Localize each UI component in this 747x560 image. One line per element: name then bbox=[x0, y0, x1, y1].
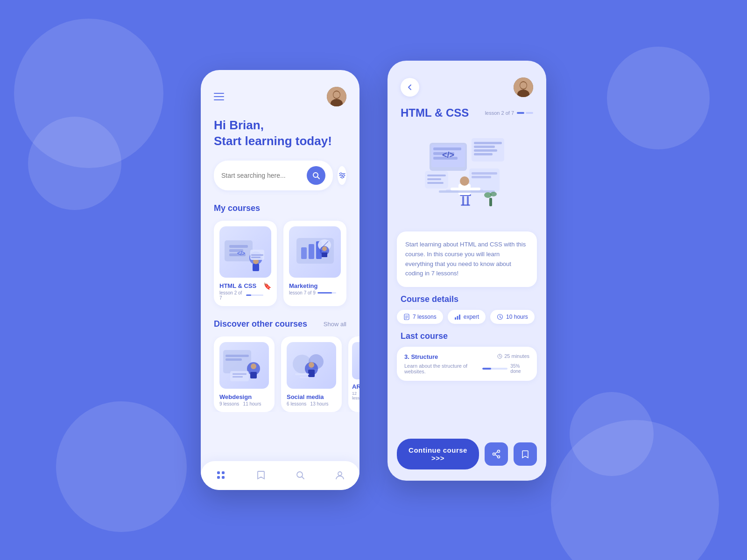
description-text: Start learning about HTML and CSS with t… bbox=[405, 240, 529, 279]
svg-rect-68 bbox=[474, 149, 497, 152]
last-lesson-progress: 35% done bbox=[482, 364, 529, 374]
course-details-pills: 7 lessons expert 10 hours bbox=[388, 310, 546, 331]
svg-rect-48 bbox=[217, 471, 220, 474]
lesson-indicator-text: lesson 2 of 7 bbox=[485, 110, 514, 116]
svg-rect-72 bbox=[472, 176, 491, 178]
last-course-top: 3. Structure 25 minutes bbox=[404, 353, 529, 360]
svg-rect-21 bbox=[251, 254, 263, 256]
svg-point-79 bbox=[460, 176, 469, 186]
phone-home-screen: Hi Brian, Start learning today! bbox=[201, 70, 359, 490]
search-input[interactable] bbox=[221, 172, 303, 179]
svg-rect-33 bbox=[226, 355, 249, 357]
last-lesson-name: 3. Structure bbox=[404, 353, 438, 360]
svg-point-58 bbox=[520, 82, 527, 89]
detail-course-title: HTML & CSS bbox=[401, 106, 469, 119]
share-button[interactable] bbox=[485, 442, 508, 466]
bookmark-button[interactable] bbox=[514, 442, 537, 466]
description-card: Start learning about HTML and CSS with t… bbox=[397, 231, 537, 287]
continue-button[interactable]: Continue course >>> bbox=[397, 439, 479, 469]
filter-button[interactable] bbox=[338, 166, 346, 185]
user-avatar-detail[interactable] bbox=[514, 77, 533, 97]
svg-rect-85 bbox=[427, 178, 441, 180]
bg-decoration-2 bbox=[28, 117, 121, 210]
discover-card-ar-partial[interactable]: AR 12 less... bbox=[348, 336, 359, 412]
course-illustration: </> bbox=[388, 124, 546, 227]
nav-home[interactable] bbox=[215, 469, 226, 481]
bg-decoration-3 bbox=[56, 401, 187, 532]
svg-rect-94 bbox=[455, 317, 456, 320]
last-course-bottom: Learn about the structure of websites. 3… bbox=[404, 363, 529, 374]
svg-rect-51 bbox=[222, 476, 225, 479]
last-lesson-time: 25 minutes bbox=[497, 353, 529, 359]
svg-rect-45 bbox=[308, 370, 315, 377]
discover-title: Discover other courses bbox=[214, 319, 307, 329]
last-course-title: Last course bbox=[388, 331, 546, 347]
svg-rect-84 bbox=[427, 175, 446, 176]
my-courses-title: My courses bbox=[201, 203, 359, 221]
detail-pill-hours: 10 hours bbox=[490, 310, 535, 324]
svg-rect-75 bbox=[462, 196, 464, 205]
nav-bookmark[interactable] bbox=[256, 470, 266, 480]
lesson-progress-dots bbox=[517, 112, 533, 114]
svg-rect-66 bbox=[474, 142, 502, 144]
nav-search[interactable] bbox=[295, 470, 305, 480]
last-lesson-desc: Learn about the structure of websites. bbox=[404, 363, 482, 374]
course-card-html-css[interactable]: </> HTML & CSS lesson 2 of 7 bbox=[214, 221, 277, 306]
search-bar bbox=[214, 161, 333, 190]
discover-card-webdesign-title: Webdesign bbox=[219, 393, 269, 400]
svg-rect-18 bbox=[253, 264, 259, 271]
svg-line-106 bbox=[495, 452, 498, 454]
svg-rect-87 bbox=[489, 198, 492, 206]
course-card-marketing[interactable]: Marketing lesson 7 of 9 bbox=[283, 221, 346, 306]
show-all-button[interactable]: Show all bbox=[324, 321, 346, 328]
svg-rect-34 bbox=[226, 358, 242, 361]
svg-rect-86 bbox=[427, 182, 444, 184]
svg-rect-95 bbox=[457, 316, 458, 320]
svg-rect-24 bbox=[301, 247, 307, 259]
phone-detail-screen: HTML & CSS lesson 2 of 7 </> bbox=[388, 61, 546, 481]
svg-point-3 bbox=[333, 91, 340, 98]
course-card-html-css-sub: lesson 2 of 7 bbox=[219, 290, 263, 301]
svg-rect-25 bbox=[309, 244, 314, 259]
detail-pill-level: expert bbox=[448, 310, 486, 324]
discover-card-social-media-title: Social media bbox=[287, 393, 336, 400]
last-lesson-percent: 35% done bbox=[510, 364, 529, 374]
svg-rect-22 bbox=[251, 257, 261, 258]
svg-rect-80 bbox=[451, 188, 461, 190]
discover-card-social-media[interactable]: Social media 6 lessons 13 hours bbox=[281, 336, 342, 412]
course-details-title: Course details bbox=[388, 294, 546, 310]
detail-pill-lessons: 7 lessons bbox=[397, 310, 443, 324]
svg-rect-13 bbox=[229, 245, 248, 248]
svg-point-89 bbox=[490, 192, 497, 196]
course-card-marketing-info: Marketing lesson 7 of 9 bbox=[289, 282, 341, 295]
svg-point-103 bbox=[498, 450, 500, 453]
discover-card-webdesign[interactable]: Webdesign 9 lessons 11 hours bbox=[214, 336, 275, 412]
svg-point-105 bbox=[493, 453, 495, 455]
user-avatar[interactable] bbox=[327, 87, 346, 106]
search-button[interactable] bbox=[307, 166, 325, 185]
svg-line-107 bbox=[495, 455, 498, 456]
svg-point-11 bbox=[341, 176, 343, 178]
phones-container: Hi Brian, Start learning today! bbox=[201, 70, 546, 490]
menu-button[interactable] bbox=[214, 93, 224, 100]
svg-rect-81 bbox=[470, 188, 480, 190]
svg-point-104 bbox=[498, 456, 500, 458]
detail-pill-level-label: expert bbox=[464, 314, 479, 320]
svg-rect-47 bbox=[300, 377, 309, 378]
search-section bbox=[201, 161, 359, 190]
svg-rect-37 bbox=[250, 372, 257, 378]
discover-card-social-media-sub: 6 lessons 13 hours bbox=[287, 401, 336, 406]
course-card-html-css-info: HTML & CSS lesson 2 of 7 🔖 bbox=[219, 282, 271, 301]
detail-pill-lessons-label: 7 lessons bbox=[413, 314, 437, 320]
bg-decoration-5 bbox=[570, 392, 654, 476]
nav-profile[interactable] bbox=[335, 470, 345, 480]
greeting-text: Hi Brian, Start learning today! bbox=[214, 118, 346, 149]
bookmark-icon[interactable]: 🔖 bbox=[263, 282, 271, 290]
discover-card-webdesign-sub: 9 lessons 11 hours bbox=[219, 401, 269, 406]
bg-decoration-6 bbox=[607, 47, 710, 149]
discover-card-social-media-image bbox=[287, 342, 336, 389]
lesson-indicator: lesson 2 of 7 bbox=[485, 110, 533, 116]
svg-line-99 bbox=[500, 317, 501, 318]
svg-rect-49 bbox=[222, 471, 225, 474]
back-button[interactable] bbox=[401, 78, 419, 97]
